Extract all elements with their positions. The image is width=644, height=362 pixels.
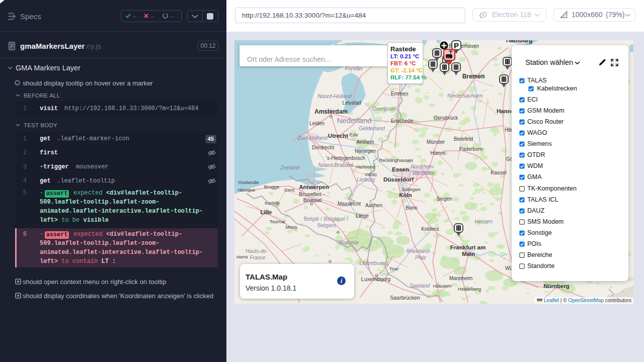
svg-text:Tournai: Tournai [269,219,285,224]
svg-text:Paderborn: Paderborn [459,146,483,152]
svg-text:Main: Main [462,251,475,257]
svg-text:Emmen: Emmen [391,91,408,97]
svg-text:Dordrecht: Dordrecht [312,145,334,150]
svg-text:Leiden: Leiden [309,121,325,126]
svg-text:Kortrijk: Kortrijk [265,200,280,206]
svg-text:Gent: Gent [284,187,295,193]
svg-text:Luxembourg: Luxembourg [361,276,391,282]
svg-text:Brugge: Brugge [264,184,280,190]
svg-text:Essen: Essen [392,166,409,172]
svg-text:Arnhem: Arnhem [356,139,374,145]
svg-text:Frankfurt am: Frankfurt am [450,244,486,250]
svg-text:Zuid-Holland: Zuid-Holland [297,135,328,141]
svg-text:Kassel: Kassel [491,169,507,175]
svg-text:Ede: Ede [350,132,358,137]
svg-text:Lille: Lille [260,209,272,215]
svg-text:Mannheim: Mannheim [449,276,473,281]
svg-text:Overijssel: Overijssel [372,106,396,112]
svg-text:'s-Hertogenbosch: 's-Hertogenbosch [326,155,365,161]
svg-text:Venlo: Venlo [365,171,377,177]
svg-text:Saarland: Saarland [410,283,430,289]
svg-text:Zeeland: Zeeland [280,164,300,170]
svg-text:Siegen: Siegen [436,196,452,202]
svg-text:Bielefeld: Bielefeld [454,136,473,142]
svg-text:Bruxelles -: Bruxelles - [299,191,325,197]
svg-text:Antwerpen: Antwerpen [299,184,329,190]
svg-text:Düsseldorf: Düsseldorf [383,176,414,183]
svg-text:niens: niens [236,254,248,259]
svg-text:Osnabrück: Osnabrück [434,115,458,121]
svg-text:Hessen: Hessen [474,218,493,224]
svg-text:Mons: Mons [285,224,297,230]
svg-text:Hamm: Hamm [430,150,445,156]
svg-text:Saarbrücken: Saarbrücken [390,295,420,301]
svg-text:Amsterdam: Amsterdam [314,108,348,115]
svg-text:Limburg: Limburg [357,177,375,183]
svg-text:Heidelberg: Heidelberg [458,286,481,292]
svg-text:Westfalen: Westfalen [413,170,435,176]
svg-text:Enschede: Enschede [391,118,414,124]
svg-text:Maastricht: Maastricht [338,201,361,207]
svg-text:P: P [454,41,459,50]
svg-text:Lëtzebuerg: Lëtzebuerg [359,260,388,266]
svg-text:France: France [250,255,266,260]
svg-text:rslautern: rslautern [433,283,452,289]
svg-text:Recklinghausen: Recklinghausen [379,157,413,163]
svg-text:Wallonie: Wallonie [339,239,359,245]
svg-text:Nordrhein-: Nordrhein- [411,164,435,169]
svg-text:Lelystad: Lelystad [342,100,361,106]
svg-text:nkerque: nkerque [238,187,255,193]
svg-text:Köln: Köln [399,192,412,198]
svg-text:Rheinland-: Rheinland- [407,248,431,254]
svg-text:Hauts-de-: Hauts-de- [246,248,268,254]
svg-text:Belgien: Belgien [317,222,336,228]
svg-text:Nürnberg: Nürnberg [543,283,570,289]
svg-text:Münster: Münster [427,139,445,145]
svg-text:Koblenz: Koblenz [421,226,439,232]
svg-text:Noord-Brabant: Noord-Brabant [318,162,354,168]
svg-text:België / Belgique /: België / Belgique / [304,216,349,222]
svg-text:Nederland: Nederland [337,116,371,125]
svg-text:Noord-Holland: Noord-Holland [317,93,352,99]
svg-text:Aachen: Aachen [365,203,382,208]
svg-text:Liège: Liège [356,213,369,219]
svg-text:Niedersachsen: Niedersachsen [447,93,482,99]
svg-text:Helmond: Helmond [356,164,375,169]
svg-text:Utrecht: Utrecht [328,133,348,139]
svg-text:Bonn: Bonn [406,205,417,211]
svg-text:Trier: Trier [389,266,398,272]
svg-text:Pfalz: Pfalz [415,255,426,260]
svg-text:Oostende: Oostende [238,179,259,185]
svg-text:Bremen: Bremen [462,73,485,80]
svg-text:Solingen: Solingen [402,187,421,192]
svg-text:Brussel: Brussel [303,197,322,203]
svg-text:Nijmegen: Nijmegen [355,148,376,154]
svg-text:Hamburg: Hamburg [506,40,533,44]
svg-text:Gelderland: Gelderland [359,125,385,131]
